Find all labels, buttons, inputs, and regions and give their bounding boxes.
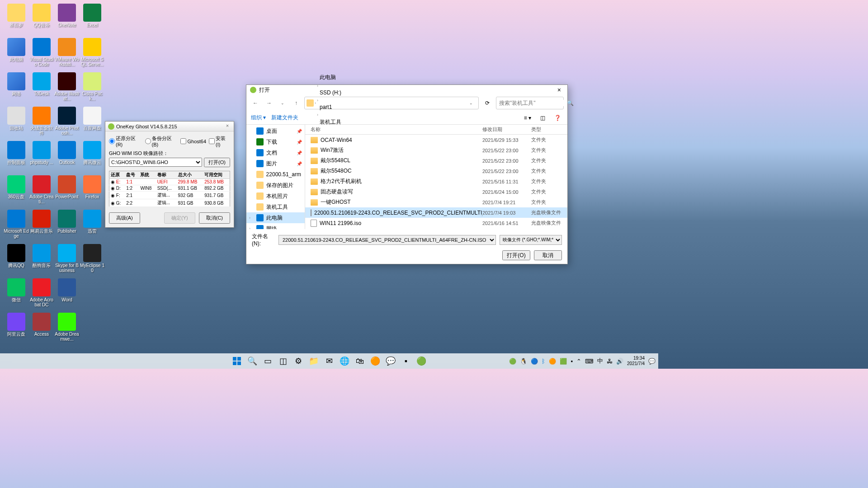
taskbar-app-icon[interactable]: 🟠 — [368, 354, 382, 368]
desktop-icon[interactable]: Adobe Dreamwe... — [54, 313, 80, 347]
task-view-button[interactable]: ▭ — [261, 354, 274, 368]
preview-pane-icon[interactable]: ◫ — [538, 114, 547, 122]
desktop-icon[interactable]: 腾讯微云 — [80, 141, 105, 175]
breadcrumb[interactable]: 此电脑 — [317, 73, 344, 82]
restore-radio[interactable]: 还原分区(R) — [109, 135, 142, 147]
desktop-icon[interactable]: Visual Studio Code — [29, 38, 54, 72]
ghost-titlebar[interactable]: OneKey Ghost V14.5.8.215 × — [105, 122, 234, 131]
tray-icon[interactable]: 🟢 — [509, 358, 516, 365]
ghost-open-button[interactable]: 打开(O) — [204, 158, 230, 167]
desktop-icon[interactable]: PowerPoint — [54, 175, 80, 210]
desktop-icon[interactable]: 阿里云盘 — [4, 313, 29, 347]
tray-icon[interactable]: 🔵 — [531, 358, 538, 365]
sidebar-item[interactable]: 桌面📌 — [246, 126, 305, 136]
desktop-icon[interactable]: Excel — [80, 4, 105, 38]
desktop-icon[interactable]: 此电脑 — [4, 38, 29, 72]
partition-row[interactable]: ◉ F:2:1逻辑...932 GB931.7 GB — [109, 192, 230, 199]
partition-row[interactable]: ◉ G:2:2逻辑...931 GB930.8 GB — [109, 199, 230, 207]
desktop-icon[interactable]: 网易云音乐 — [29, 210, 54, 244]
desktop-icon[interactable]: ToDesk — [29, 72, 54, 107]
desktop-icon[interactable]: Microsoft Edge — [4, 210, 29, 244]
breadcrumb[interactable]: SSD (H:) — [317, 89, 344, 97]
desktop-icon[interactable]: Adobe Acrobat DC — [29, 278, 54, 313]
tray-overflow-icon[interactable]: ⌃ — [576, 358, 581, 365]
taskbar-explorer-icon[interactable]: 📁 — [307, 354, 321, 368]
sidebar-item[interactable]: 装机工具 — [246, 202, 305, 212]
file-cancel-button[interactable]: 取消 — [534, 250, 562, 260]
desktop-icon[interactable]: Word — [54, 278, 80, 313]
desktop-icon[interactable]: 网络 — [4, 72, 29, 107]
desktop-icon[interactable]: phpstudy ... — [29, 141, 54, 175]
address-dropdown-icon[interactable]: ⌄ — [466, 98, 476, 108]
file-row[interactable]: OCAT-Win642021/6/29 15:33文件夹 — [305, 135, 567, 145]
desktop-icon[interactable]: Adobe Photosh... — [54, 107, 80, 141]
sidebar-item[interactable]: ›此电脑 — [246, 212, 305, 223]
file-row[interactable]: 格力2代手机刷机2021/5/16 11:31文件夹 — [305, 176, 567, 187]
notifications-icon[interactable]: 💬 — [648, 358, 656, 365]
search-input[interactable] — [499, 100, 567, 106]
taskbar-store-icon[interactable]: 🛍 — [353, 354, 367, 368]
tray-icon[interactable]: 🟠 — [549, 358, 556, 365]
search-button[interactable]: 🔍 — [245, 354, 259, 368]
nav-forward-button[interactable]: → — [264, 98, 274, 108]
desktop-icon[interactable]: 回收站 — [4, 107, 29, 141]
desktop-icon[interactable]: 基百岁 — [4, 4, 29, 38]
column-date[interactable]: 修改日期 — [482, 126, 531, 133]
ghost-cancel-button[interactable]: 取消(C) — [199, 212, 230, 224]
desktop-icon[interactable]: 360云盘 — [4, 175, 29, 210]
desktop-icon[interactable]: 迅雷 — [80, 210, 105, 244]
taskbar-ghost-icon[interactable]: 🟢 — [415, 354, 428, 368]
taskbar-terminal-icon[interactable]: ▪ — [399, 354, 413, 368]
partition-row[interactable]: ◉ D:1:2WIN8SSD(...931.1 GB892.2 GB — [109, 185, 230, 192]
file-row[interactable]: 22000.51.210619-2243.CO_RELEASE_SVC_PROD… — [305, 207, 567, 218]
taskbar-edge-icon[interactable]: 🌐 — [338, 354, 351, 368]
taskbar-clock[interactable]: 19:34 2021/7/4 — [627, 356, 645, 366]
taskbar-wechat-icon[interactable]: 💬 — [384, 354, 397, 368]
start-button[interactable] — [230, 354, 244, 368]
new-folder-button[interactable]: 新建文件夹 — [271, 114, 298, 122]
partition-row[interactable]: ◉ E:1:1UEFI299.8 MB253.8 MB — [109, 179, 230, 185]
file-row[interactable]: 戴尔5548OC2021/5/22 23:00文件夹 — [305, 166, 567, 176]
desktop-icon[interactable]: 酷狗音乐 — [29, 244, 54, 278]
file-dialog-titlebar[interactable]: 打开 × — [246, 85, 567, 95]
file-row[interactable]: WIN11 21996.iso2021/6/16 14:51光盘映像文件 — [305, 218, 567, 228]
backup-radio[interactable]: 备份分区(B) — [145, 135, 178, 147]
search-icon[interactable]: 🔍 — [567, 100, 574, 106]
nav-up-button[interactable]: ↑ — [291, 98, 302, 108]
desktop-icon[interactable]: 火绒安全软件 — [29, 107, 54, 141]
tray-ime-icon[interactable]: 中 — [597, 357, 603, 365]
file-row[interactable]: 固态硬盘读写2021/6/24 15:00文件夹 — [305, 187, 567, 197]
desktop-icon[interactable]: Outlook — [54, 141, 80, 175]
column-type[interactable]: 类型 — [531, 126, 563, 133]
filename-input[interactable]: 22000.51.210619-2243.CO_RELEASE_SVC_PROD… — [278, 235, 496, 245]
desktop-icon[interactable]: MyEclipse 10 — [80, 244, 105, 278]
view-options-icon[interactable]: ≡ ▾ — [522, 114, 533, 122]
sidebar-item[interactable]: 图片📌 — [246, 158, 305, 169]
sidebar-item[interactable]: 保存的图片 — [246, 180, 305, 191]
address-bar[interactable]: › 此电脑›SSD (H:)›part1›装机工具› ⌄ — [304, 97, 479, 109]
desktop-icon[interactable]: Firefox — [80, 175, 105, 210]
nav-back-button[interactable]: ← — [250, 98, 261, 108]
ghost64-checkbox[interactable]: Ghost64 — [180, 138, 206, 144]
desktop-icon[interactable] — [80, 278, 105, 313]
ghost-path-select[interactable]: C:\GHOST\D_WIN8.GHO — [109, 158, 202, 167]
tray-network-icon[interactable]: 🖧 — [607, 358, 613, 365]
file-dialog-close-button[interactable]: × — [555, 86, 564, 94]
sidebar-item[interactable]: 本机照片 — [246, 191, 305, 202]
desktop-icon[interactable]: QQ音乐 — [29, 4, 54, 38]
desktop-icon[interactable]: Access — [29, 313, 54, 347]
ghost-advanced-button[interactable]: 高级(A) — [109, 212, 140, 224]
tray-volume-icon[interactable]: 🔊 — [616, 358, 623, 365]
file-row[interactable]: 一键GHOST2021/7/4 19:21文件夹 — [305, 197, 567, 207]
sidebar-item[interactable]: 22000.51_arm — [246, 169, 305, 180]
desktop-icon[interactable]: Cisco Pack... — [80, 72, 105, 107]
desktop-icon[interactable]: OneNote — [54, 4, 80, 38]
ghost-ok-button[interactable]: 确定(Y) — [164, 212, 195, 224]
breadcrumb[interactable]: part1 — [317, 103, 344, 111]
help-icon[interactable]: ❓ — [552, 114, 563, 122]
tray-icon[interactable]: 🟩 — [560, 358, 567, 365]
column-name[interactable]: 名称 — [305, 126, 482, 133]
sidebar-item[interactable]: ›网络 — [246, 223, 305, 229]
desktop-icon[interactable]: Microsoft SQL Serve... — [80, 38, 105, 72]
nav-recent-button[interactable]: ⌄ — [277, 98, 288, 108]
